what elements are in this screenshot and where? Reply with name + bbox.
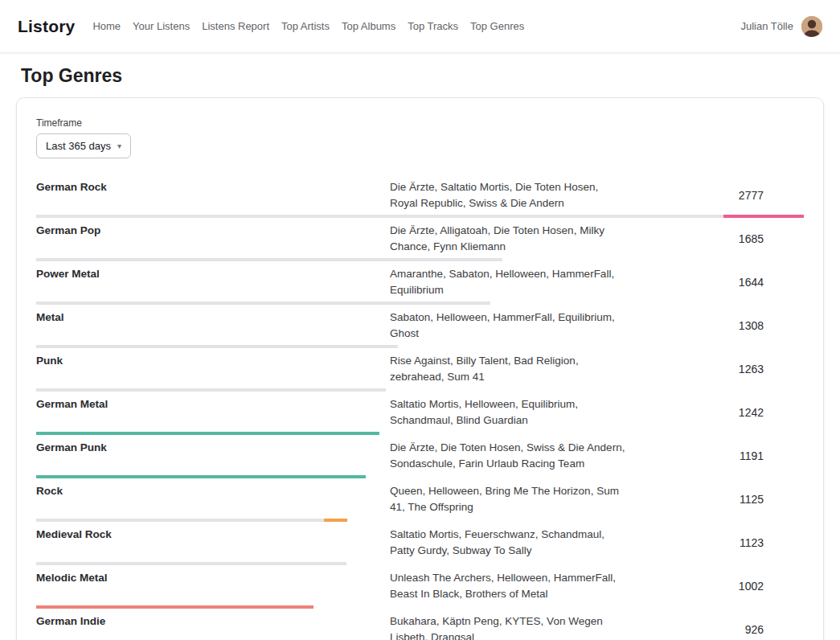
- genre-artists: Saltatio Mortis, Helloween, Equilibrium,…: [390, 396, 639, 429]
- genre-row: Melodic MetalUnleash The Archers, Hellow…: [36, 570, 804, 609]
- genre-count: 1644: [639, 274, 804, 290]
- user-menu[interactable]: Julian Tölle: [740, 16, 822, 37]
- genre-row: German PunkDie Ärzte, Die Toten Hosen, S…: [36, 440, 804, 478]
- genre-bar-segment: [36, 562, 346, 565]
- genre-count: 1685: [639, 231, 804, 247]
- nav-item-home[interactable]: Home: [92, 20, 121, 32]
- nav-item-top-albums[interactable]: Top Albums: [342, 20, 395, 32]
- chevron-down-icon: ▾: [117, 142, 121, 150]
- genre-count: 1242: [639, 404, 804, 421]
- genre-name: German Rock: [36, 179, 390, 195]
- genre-name: Power Metal: [36, 266, 390, 282]
- genre-artists: Saltatio Mortis, Feuerschwanz, Schandmau…: [390, 527, 639, 559]
- genre-name: German Indie: [36, 613, 390, 630]
- genre-count: 2777: [639, 187, 804, 203]
- nav-item-listens-report[interactable]: Listens Report: [202, 20, 269, 32]
- genre-count: 1191: [639, 448, 804, 464]
- genre-name: Punk: [36, 353, 390, 369]
- avatar-image: [801, 16, 822, 37]
- genre-bar-segment: [36, 432, 379, 435]
- genre-row: German RockDie Ärzte, Saltatio Mortis, D…: [36, 179, 804, 218]
- genre-artists: Queen, Helloween, Bring Me The Horizon, …: [390, 483, 639, 515]
- user-name: Julian Tölle: [740, 20, 793, 32]
- genre-artists: Unleash The Archers, Helloween, HammerFa…: [390, 570, 639, 602]
- genre-name: German Pop: [36, 223, 390, 239]
- genre-count: 1263: [639, 361, 804, 377]
- genre-row: PunkRise Against, Billy Talent, Bad Reli…: [36, 353, 804, 392]
- genre-bar-segment: [36, 388, 386, 392]
- genre-count: 1125: [639, 491, 804, 507]
- genre-count: 1308: [639, 318, 804, 334]
- genre-artists: Sabaton, Helloween, HammerFall, Equilibr…: [390, 310, 639, 342]
- genre-bar-segment: [36, 345, 398, 348]
- timeframe-label: Timeframe: [36, 117, 804, 129]
- genre-bar: [36, 519, 804, 522]
- genre-bar: [36, 432, 804, 435]
- genre-row: German PopDie Ärzte, Alligatoah, Die Tot…: [36, 223, 804, 261]
- genre-bar-segment: [36, 258, 502, 261]
- genre-bar-segment: [36, 519, 324, 522]
- genre-row: RockQueen, Helloween, Bring Me The Horiz…: [36, 483, 804, 522]
- genre-artists: Die Ärzte, Die Toten Hosen, Swiss & Die …: [390, 440, 639, 472]
- nav-item-top-tracks[interactable]: Top Tracks: [408, 20, 458, 32]
- genre-artists: Die Ärzte, Alligatoah, Die Toten Hosen, …: [390, 223, 639, 255]
- genre-bar-segment: [723, 215, 804, 218]
- genre-bar: [36, 475, 804, 478]
- genre-bar-segment: [36, 605, 313, 609]
- genre-artists: Rise Against, Billy Talent, Bad Religion…: [390, 353, 639, 385]
- genre-bar: [36, 388, 804, 392]
- genre-name: German Metal: [36, 396, 390, 412]
- genre-bar-segment: [324, 519, 347, 522]
- genre-count: 926: [639, 622, 804, 638]
- genre-artists: Amaranthe, Sabaton, Helloween, HammerFal…: [390, 266, 639, 298]
- page-title: Top Genres: [21, 65, 819, 87]
- genre-count: 1002: [639, 578, 804, 594]
- genre-bar: [36, 605, 804, 609]
- timeframe-value: Last 365 days: [46, 140, 111, 152]
- nav-item-top-artists[interactable]: Top Artists: [281, 20, 330, 32]
- genre-bar-segment: [36, 475, 366, 478]
- genre-list: German RockDie Ärzte, Saltatio Mortis, D…: [36, 179, 804, 640]
- genre-name: German Punk: [36, 440, 390, 456]
- genre-count: 1123: [639, 535, 804, 551]
- genre-bar: [36, 562, 804, 565]
- nav-links: HomeYour ListensListens ReportTop Artist…: [92, 20, 740, 32]
- genre-bar: [36, 345, 804, 348]
- timeframe-select[interactable]: Last 365 days ▾: [36, 133, 131, 158]
- nav-item-top-genres[interactable]: Top Genres: [470, 20, 524, 32]
- top-genres-card: Timeframe Last 365 days ▾ German RockDie…: [16, 97, 824, 640]
- genre-row: Power MetalAmaranthe, Sabaton, Helloween…: [36, 266, 804, 305]
- genre-name: Medieval Rock: [36, 527, 390, 543]
- genre-bar-segment: [36, 215, 723, 218]
- genre-bar: [36, 258, 804, 261]
- top-navbar: Listory HomeYour ListensListens ReportTo…: [0, 0, 840, 53]
- genre-bar-segment: [36, 302, 490, 305]
- genre-name: Metal: [36, 310, 390, 326]
- user-avatar[interactable]: [801, 16, 822, 37]
- genre-bar: [36, 215, 804, 218]
- genre-bar: [36, 302, 804, 305]
- genre-row: MetalSabaton, Helloween, HammerFall, Equ…: [36, 310, 804, 348]
- genre-name: Rock: [36, 483, 390, 499]
- genre-row: German MetalSaltatio Mortis, Helloween, …: [36, 396, 804, 435]
- genre-artists: Bukahara, Käptn Peng, KYTES, Von Wegen L…: [390, 613, 639, 640]
- genre-row: Medieval RockSaltatio Mortis, Feuerschwa…: [36, 527, 804, 565]
- genre-name: Melodic Metal: [36, 570, 390, 586]
- nav-item-your-listens[interactable]: Your Listens: [133, 20, 190, 32]
- genre-artists: Die Ärzte, Saltatio Mortis, Die Toten Ho…: [390, 179, 639, 211]
- genre-row: German IndieBukahara, Käptn Peng, KYTES,…: [36, 613, 804, 640]
- app-logo[interactable]: Listory: [18, 17, 75, 36]
